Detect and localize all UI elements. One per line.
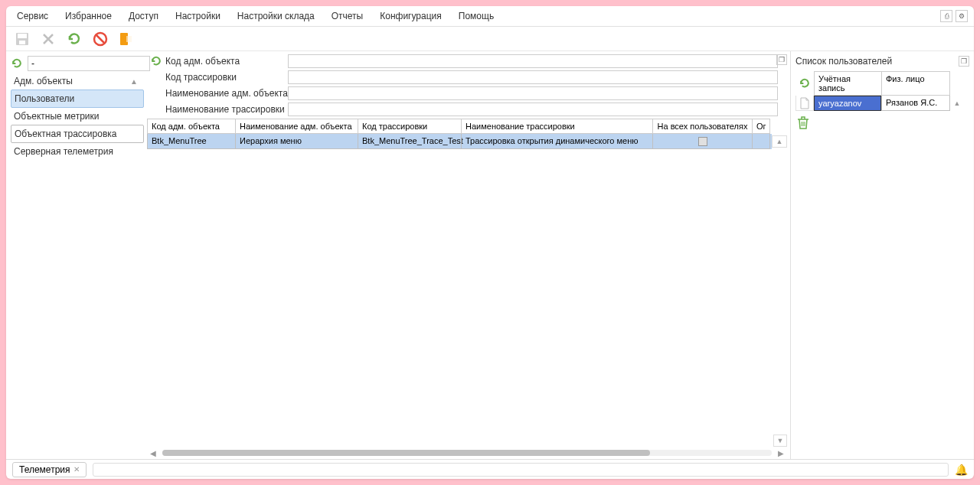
grid-vscroll[interactable]: ▲ xyxy=(772,119,787,149)
input-trace-name[interactable] xyxy=(288,103,778,116)
menubar: Сервис Избранное Доступ Настройки Настро… xyxy=(6,6,974,27)
scroll-right-icon[interactable]: ▶ xyxy=(775,448,787,457)
form-label-admcode: Код адм. объекта xyxy=(165,56,288,67)
delete-icon[interactable] xyxy=(797,116,809,129)
input-trace-code[interactable] xyxy=(288,70,778,84)
svg-rect-5 xyxy=(126,36,132,42)
grid-hscroll[interactable]: ◀ ▶ xyxy=(147,447,787,459)
form-label-tracename: Наименование трассировки xyxy=(165,104,288,115)
grid-cell-tracename: Трассировка открытия динамического меню xyxy=(461,134,652,149)
center-panel: ❐ Код адм. объекта Код трассировки Наиме… xyxy=(144,51,790,459)
toolbar xyxy=(6,27,974,51)
tree-item-object-metrics[interactable]: Объектные метрики xyxy=(11,108,144,125)
status-search-input[interactable] xyxy=(93,463,949,477)
left-refresh-icon[interactable] xyxy=(11,57,23,70)
menu-configuration[interactable]: Конфигурация xyxy=(377,9,445,23)
input-adm-code[interactable] xyxy=(288,54,778,68)
scroll-track[interactable] xyxy=(162,450,772,456)
grid-cell-allusers[interactable] xyxy=(652,134,752,149)
scroll-down-icon[interactable]: ▼ xyxy=(773,435,787,447)
grid-cell-admname: Иерархия меню xyxy=(235,134,358,149)
svg-rect-2 xyxy=(19,41,25,44)
left-panel: Адм. объекты ▲ Пользователи Объектные ме… xyxy=(6,51,144,459)
grid-header: Код адм. объекта Наименование адм. объек… xyxy=(147,119,772,134)
right-header-person[interactable]: Физ. лицо xyxy=(881,71,950,96)
scroll-up-icon[interactable]: ▲ xyxy=(950,96,964,111)
menu-warehouse-settings[interactable]: Настройки склада xyxy=(234,9,318,23)
tree-header-label: Адм. объекты xyxy=(14,76,73,86)
panel-restore-icon[interactable]: ❐ xyxy=(776,54,787,65)
grid-row[interactable]: Btk_MenuTree Иерархия меню Btk_MenuTree_… xyxy=(147,134,772,149)
tree-item-label: Объектная трассировка xyxy=(15,129,116,139)
menu-reports[interactable]: Отчеты xyxy=(328,9,366,23)
block-icon[interactable] xyxy=(92,31,109,47)
right-cell-account[interactable]: yaryazanov xyxy=(814,96,881,111)
right-header-account[interactable]: Учётная запись xyxy=(814,71,881,96)
print-icon[interactable]: ⎙ xyxy=(940,10,952,22)
tree-item-server-telemetry[interactable]: Серверная телеметрия xyxy=(11,143,144,160)
tree-item-users[interactable]: Пользователи xyxy=(11,90,144,108)
gear-icon[interactable]: ⚙ xyxy=(956,10,968,22)
form-label-admname: Наименование адм. объекта xyxy=(165,88,288,99)
form-refresh-icon[interactable] xyxy=(150,55,162,67)
menu-help[interactable]: Помощь xyxy=(456,9,497,23)
right-refresh-icon[interactable] xyxy=(799,77,811,90)
save-icon[interactable] xyxy=(14,31,31,47)
refresh-icon[interactable] xyxy=(66,31,83,47)
grid-header-tracecode[interactable]: Код трассировки xyxy=(358,119,461,134)
tree-header[interactable]: Адм. объекты ▲ xyxy=(11,73,144,90)
grid-cell-admcode: Btk_MenuTree xyxy=(147,134,235,149)
right-cell-person: Рязанов Я.С. xyxy=(881,96,950,111)
close-icon[interactable] xyxy=(40,31,57,47)
statusbar: Телеметрия ✕ 🔔 xyxy=(6,459,974,479)
menu-service[interactable]: Сервис xyxy=(14,9,51,23)
status-tab[interactable]: Телеметрия ✕ xyxy=(12,462,87,477)
grid-header-allusers[interactable]: На всех пользователях xyxy=(652,119,752,134)
menu-favorites[interactable]: Избранное xyxy=(62,9,115,23)
grid-cell-tracecode: Btk_MenuTree_Trace_Test xyxy=(358,134,461,149)
bell-icon[interactable]: 🔔 xyxy=(955,464,968,476)
grid-header-admname[interactable]: Наименование адм. объекта xyxy=(235,119,358,134)
tree-item-label: Объектные метрики xyxy=(14,111,99,122)
document-icon xyxy=(795,96,814,111)
menu-access[interactable]: Доступ xyxy=(126,9,162,23)
scroll-up-icon[interactable]: ▲ xyxy=(772,135,787,148)
form-label-tracecode: Код трассировки xyxy=(165,72,288,83)
scroll-thumb[interactable] xyxy=(162,450,650,456)
grid-cell-extra xyxy=(752,134,770,149)
right-panel: ❐ Список пользователей Учётная запись Фи… xyxy=(790,51,974,459)
grid-header-tracename[interactable]: Наименование трассировки xyxy=(461,119,652,134)
chevron-up-icon: ▲ xyxy=(130,77,138,86)
tree-item-label: Серверная телеметрия xyxy=(14,146,113,157)
svg-rect-1 xyxy=(18,34,27,38)
panel-restore-icon[interactable]: ❐ xyxy=(959,56,969,67)
status-tab-label: Телеметрия xyxy=(19,464,70,475)
close-tab-icon[interactable]: ✕ xyxy=(74,465,80,474)
left-search-input[interactable] xyxy=(28,56,150,71)
grid-header-admcode[interactable]: Код адм. объекта xyxy=(147,119,235,134)
input-adm-name[interactable] xyxy=(288,86,778,100)
checkbox-icon[interactable] xyxy=(698,137,707,146)
grid-header-extra[interactable]: Ог xyxy=(752,119,770,134)
tree-item-label: Пользователи xyxy=(15,93,74,104)
menu-settings[interactable]: Настройки xyxy=(172,9,224,23)
exit-icon[interactable] xyxy=(118,31,135,47)
tree-item-object-trace[interactable]: Объектная трассировка xyxy=(11,125,144,143)
right-panel-title: Список пользователей xyxy=(795,56,969,67)
right-grid-row[interactable]: yaryazanov Рязанов Я.С. ▲ xyxy=(795,96,969,111)
scroll-left-icon[interactable]: ◀ xyxy=(147,448,159,457)
